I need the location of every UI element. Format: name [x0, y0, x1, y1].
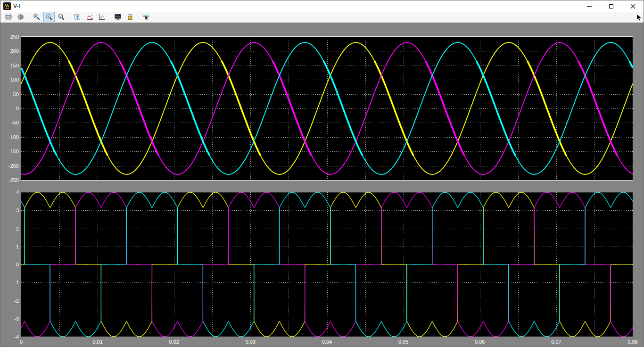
gear-icon	[17, 13, 25, 21]
y-axis-tick-label: -3	[0, 316, 19, 321]
x-axis-tick-label: 0.07	[551, 339, 561, 345]
floating-scope-icon	[114, 13, 122, 21]
y-axis-tick-label: 2	[0, 226, 19, 231]
minimize-button[interactable]	[578, 0, 600, 12]
x-axis-tick-label: 0.05	[398, 339, 408, 345]
parameters-button[interactable]	[15, 12, 26, 22]
y-axis-tick-label: 4	[0, 190, 19, 195]
scope-app-icon	[3, 2, 11, 10]
y-axis-tick-label: -2	[0, 298, 19, 303]
save-axes-icon	[86, 13, 93, 21]
zoom-y-button[interactable]: y	[56, 12, 67, 22]
scope-window: V-I xy 250200150100500-50-100-150-200-25…	[0, 0, 644, 347]
window-title: V-I	[13, 3, 20, 9]
y-axis-tick-label: 50	[0, 91, 19, 97]
y-axis-tick-label: 1	[0, 244, 19, 249]
zoom-button[interactable]	[31, 12, 42, 22]
zoom-x-button[interactable]: x	[43, 12, 55, 22]
y-axis-tick-label: 100	[0, 77, 19, 83]
y-axis-tick-label: 3	[0, 208, 19, 213]
floating-scope-button[interactable]	[112, 12, 124, 22]
zoom-icon	[33, 13, 41, 21]
y-axis-tick-label: -4	[0, 334, 19, 339]
y-axis-tick-label: -250	[0, 178, 19, 183]
svg-text:y: y	[59, 14, 61, 18]
y-axis-tick-label: 0	[0, 106, 19, 111]
y-axis-tick-label: 200	[0, 49, 19, 54]
print-button[interactable]	[3, 12, 14, 22]
signal-selection-icon	[142, 13, 150, 21]
y-axis-tick-label: -1	[0, 280, 19, 285]
maximize-button[interactable]	[600, 0, 622, 12]
minimize-icon	[587, 6, 592, 7]
x-axis-tick-label: 0.01	[92, 339, 102, 345]
signal-selection-button[interactable]	[140, 12, 152, 22]
printer-icon	[5, 13, 12, 21]
y-axis-tick-label: -150	[0, 149, 19, 154]
zoom-x-icon: x	[45, 13, 53, 21]
y-axis-tick-label: -100	[0, 134, 19, 140]
lock-axes-button[interactable]	[124, 12, 136, 22]
y-axis-tick-label: -200	[0, 163, 19, 168]
mouse-cursor	[636, 14, 642, 22]
restore-axes-button[interactable]	[96, 12, 107, 22]
window-controls	[578, 0, 644, 12]
x-axis-tick-label: 0.08	[627, 339, 637, 345]
close-icon	[630, 4, 636, 9]
voltage-scope-plot[interactable]	[21, 37, 633, 180]
zoom-y-icon: y	[58, 13, 65, 21]
x-axis-tick-label: 0.04	[322, 339, 332, 345]
autoscale-button[interactable]	[72, 12, 83, 22]
scope-plot-area: 250200150100500-50-100-150-200-25043210-…	[0, 23, 644, 347]
save-axes-button[interactable]	[84, 12, 95, 22]
maximize-icon	[609, 4, 613, 8]
close-button[interactable]	[622, 0, 644, 12]
y-axis-tick-label: 150	[0, 63, 19, 68]
restore-axes-icon	[98, 13, 106, 21]
x-axis-tick-label: 0.02	[169, 339, 179, 345]
title-bar[interactable]: V-I	[0, 0, 644, 12]
svg-text:x: x	[47, 14, 49, 18]
y-axis-tick-label: 0	[0, 262, 19, 267]
current-scope-plot[interactable]	[21, 192, 633, 337]
y-axis-tick-label: -50	[0, 120, 19, 125]
x-axis-tick-label: 0	[20, 339, 23, 345]
autoscale-icon	[74, 13, 81, 21]
lock-icon	[126, 13, 134, 21]
x-axis-tick-label: 0.06	[475, 339, 485, 345]
scope-toolbar: xy	[0, 12, 644, 23]
y-axis-tick-label: 250	[0, 34, 19, 40]
x-axis-tick-label: 0.03	[246, 339, 256, 345]
